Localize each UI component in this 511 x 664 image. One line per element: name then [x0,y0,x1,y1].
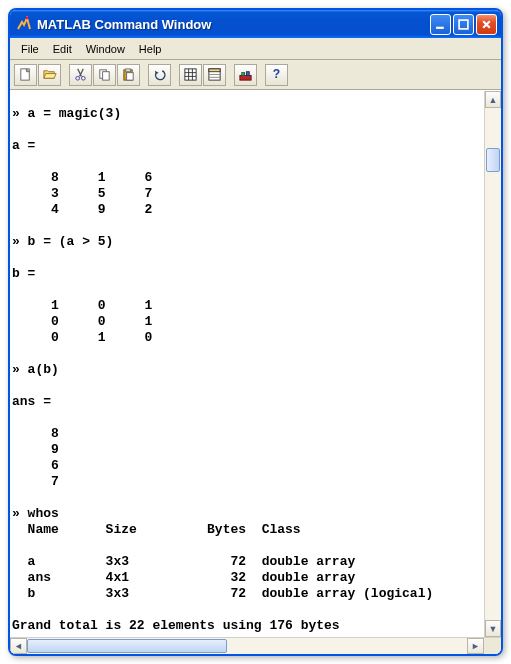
svg-rect-7 [103,72,110,80]
svg-rect-13 [209,69,220,72]
scroll-down-button[interactable]: ▼ [485,620,501,637]
help-button[interactable]: ? [265,64,288,86]
hscroll-track[interactable] [27,638,467,654]
vertical-scrollbar[interactable]: ▲ ▼ [484,91,501,637]
svg-point-4 [76,76,80,80]
svg-rect-9 [126,69,131,72]
svg-rect-16 [246,72,249,76]
scroll-left-button[interactable]: ◄ [10,638,27,654]
vscroll-track[interactable] [485,108,501,620]
svg-text:?: ? [273,67,280,81]
vscroll-thumb[interactable] [486,148,500,172]
svg-rect-1 [436,26,444,28]
horizontal-scrollbar[interactable]: ◄ ► [10,637,501,654]
window-controls [430,14,497,35]
menu-window[interactable]: Window [79,41,132,57]
path-browser-button[interactable] [203,64,226,86]
svg-rect-2 [459,20,468,29]
cut-button[interactable] [69,64,92,86]
simulink-button[interactable] [234,64,257,86]
command-console[interactable]: » a = magic(3) a = 8 1 6 3 5 7 4 9 2 » b… [10,104,501,637]
toolbar: ? [10,60,501,90]
matlab-command-window: MATLAB Command Window File Edit Window H… [8,8,503,656]
menubar: File Edit Window Help [10,38,501,60]
workspace-button[interactable] [179,64,202,86]
scroll-right-button[interactable]: ► [467,638,484,654]
svg-rect-10 [127,73,134,81]
svg-point-5 [81,76,85,80]
menu-help[interactable]: Help [132,41,169,57]
paste-button[interactable] [117,64,140,86]
svg-rect-11 [185,69,196,80]
svg-point-0 [26,17,29,20]
maximize-button[interactable] [453,14,474,35]
content-area: » a = magic(3) a = 8 1 6 3 5 7 4 9 2 » b… [10,90,501,654]
matlab-icon [16,16,32,32]
titlebar[interactable]: MATLAB Command Window [10,10,501,38]
close-button[interactable] [476,14,497,35]
open-button[interactable] [38,64,61,86]
copy-button[interactable] [93,64,116,86]
menu-edit[interactable]: Edit [46,41,79,57]
hscroll-thumb[interactable] [27,639,227,653]
new-button[interactable] [14,64,37,86]
menu-file[interactable]: File [14,41,46,57]
svg-rect-15 [242,73,245,76]
minimize-button[interactable] [430,14,451,35]
window-title: MATLAB Command Window [37,17,430,32]
scroll-up-button[interactable]: ▲ [485,91,501,108]
scroll-corner [484,638,501,654]
svg-rect-14 [240,75,251,80]
undo-button[interactable] [148,64,171,86]
